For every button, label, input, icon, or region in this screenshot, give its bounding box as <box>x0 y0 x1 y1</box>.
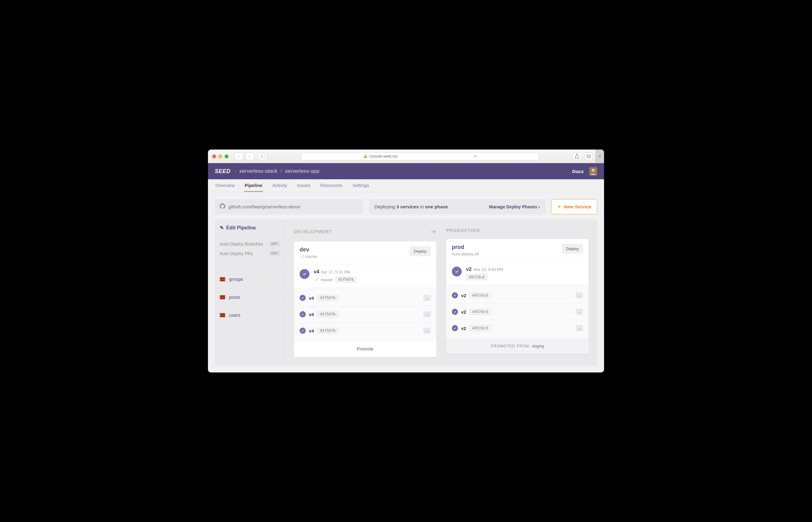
svg-point-8 <box>301 313 305 316</box>
svg-point-12 <box>453 310 457 314</box>
build-commit: 4937dcd <box>470 292 491 299</box>
check-icon <box>452 325 458 331</box>
tab-resources[interactable]: Resources <box>320 179 343 192</box>
minimize-window[interactable] <box>218 155 222 158</box>
branch-icon: ⎇ <box>314 277 318 282</box>
tabs-glyph <box>586 155 591 158</box>
lock-icon: 🔒 <box>363 154 368 158</box>
svg-point-13 <box>453 327 457 330</box>
page-body: github.com/fwang/serverless-demo Deployi… <box>208 192 604 373</box>
logo[interactable]: SEED <box>215 168 231 175</box>
repo-bar[interactable]: github.com/fwang/serverless-demo <box>215 199 363 214</box>
service-builds: v2 4937dcd ⌄ v2 4937dcd ⌄ <box>446 285 588 338</box>
sidebar-service-posts[interactable]: posts <box>215 288 285 306</box>
build-commit: 45f507b <box>317 311 338 317</box>
stage-development: DEVELOPMENT ➔ dev ⎇master Deploy <box>294 228 436 357</box>
build-version: v4 <box>309 295 314 301</box>
expand-button[interactable]: ⌄ <box>423 295 431 301</box>
stage-name[interactable]: dev <box>299 246 317 253</box>
check-icon <box>299 295 306 301</box>
deploy-button[interactable]: Deploy <box>562 244 583 254</box>
build-commit: 45f507b <box>317 295 338 301</box>
breadcrumb-app[interactable]: serverless-app <box>285 168 320 174</box>
tab-activity[interactable]: Activity <box>272 179 288 192</box>
close-window[interactable] <box>212 155 216 158</box>
check-icon <box>299 327 306 334</box>
service-build-row[interactable]: v4 45f507b ⌄ <box>299 323 431 339</box>
service-build-row[interactable]: v2 4937dcd ⌄ <box>452 320 583 336</box>
tab-settings[interactable]: Settings <box>352 179 370 192</box>
build-version: v2 <box>461 293 466 298</box>
chevron-right-icon: › <box>538 204 540 209</box>
service-icon <box>220 295 225 299</box>
sidebar-service-users[interactable]: users <box>215 306 285 324</box>
manage-phases-link[interactable]: Manage Deploy Phases › <box>489 204 540 209</box>
maximize-window[interactable] <box>225 155 228 158</box>
sidebar-toggle[interactable] <box>258 153 268 160</box>
current-commit: 45f507b <box>335 277 357 283</box>
tab-overview[interactable]: Overview <box>215 179 235 192</box>
current-time: Apr 17, 5:31 PM <box>321 270 350 274</box>
url-bar[interactable]: 🔒 console.seed.run ⟳ <box>301 152 539 160</box>
docs-link[interactable]: Docs <box>572 169 584 174</box>
svg-point-11 <box>453 294 457 297</box>
breadcrumb-separator: / <box>280 168 282 174</box>
service-build-row[interactable]: v4 45f507b ⌄ <box>299 306 431 323</box>
service-build-row[interactable]: v2 4937dcd ⌄ <box>452 287 583 304</box>
service-build-row[interactable]: v4 45f507b ⌄ <box>299 290 431 306</box>
build-version: v4 <box>309 328 314 334</box>
current-time: Mar 24, 9:43 PM <box>474 267 503 272</box>
build-version: v2 <box>461 309 466 315</box>
tab-issues[interactable]: Issues <box>296 179 311 192</box>
forward-button[interactable]: › <box>245 153 254 160</box>
service-icon <box>220 313 225 317</box>
service-build-row[interactable]: v2 4937dcd ⌄ <box>452 304 583 320</box>
deploy-button[interactable]: Deploy <box>410 246 431 256</box>
tab-pipeline[interactable]: Pipeline <box>244 179 263 192</box>
sidebar-service-groups[interactable]: groups <box>215 270 285 288</box>
build-version: v2 <box>461 326 466 331</box>
tabs-icon[interactable] <box>584 153 593 160</box>
stages-container: DEVELOPMENT ➔ dev ⎇master Deploy <box>285 219 597 366</box>
edit-pipeline-link[interactable]: ✎ Edit Pipeline <box>220 225 280 230</box>
auto-branches-state: OFF <box>269 241 280 246</box>
expand-button[interactable]: ⌄ <box>576 309 583 315</box>
check-icon <box>452 292 458 299</box>
stage-heading-label: PRODUCTION <box>446 228 480 233</box>
svg-rect-2 <box>586 156 589 158</box>
promote-button[interactable]: Promote <box>294 341 436 357</box>
auto-deploy-branches-row[interactable]: Auto-Deploy Branches OFF <box>220 239 280 248</box>
expand-button[interactable]: ⌄ <box>423 311 431 317</box>
build-version: v4 <box>309 312 314 317</box>
build-commit: 4937dcd <box>470 309 491 315</box>
share-glyph <box>575 154 579 159</box>
repo-url: github.com/fwang/serverless-demo <box>228 204 300 209</box>
service-list: groups posts users <box>215 270 285 324</box>
new-service-button[interactable]: ＋ New Service <box>551 199 597 214</box>
build-commit: 45f507b <box>317 327 338 334</box>
avatar[interactable] <box>589 167 597 175</box>
stage-card-dev: dev ⎇master Deploy v4Apr 17, 5:31 PM <box>294 241 436 357</box>
arrow-right-icon: ➔ <box>431 228 437 235</box>
back-button[interactable]: ‹ <box>234 153 243 160</box>
auto-prs-label: Auto-Deploy PRs <box>220 251 253 256</box>
traffic-lights <box>212 155 228 158</box>
stage-current-build[interactable]: v4Apr 17, 5:31 PM ⎇ master 45f507b <box>294 264 436 288</box>
branch-icon: ⎇ <box>299 255 304 259</box>
breadcrumb-org[interactable]: serverless-stack <box>239 168 277 174</box>
refresh-icon[interactable]: ⟳ <box>474 154 477 159</box>
sidebar-icon <box>261 155 265 158</box>
chevron-right-icon: › <box>235 169 236 174</box>
new-tab-button[interactable]: + <box>596 149 604 163</box>
expand-button[interactable]: ⌄ <box>423 327 431 334</box>
expand-button[interactable]: ⌄ <box>576 292 583 299</box>
stage-current-build[interactable]: v2Mar 24, 9:43 PM 4937dcd <box>446 262 588 285</box>
expand-button[interactable]: ⌄ <box>576 325 583 331</box>
auto-deploy-prs-row[interactable]: Auto-Deploy PRs OFF <box>220 248 280 258</box>
check-icon <box>299 269 309 279</box>
stage-name[interactable]: prod <box>452 244 479 250</box>
breadcrumb: › serverless-stack / serverless-app <box>235 168 319 174</box>
check-icon <box>299 311 306 317</box>
build-commit: 4937dcd <box>470 325 491 331</box>
share-icon[interactable] <box>572 153 581 160</box>
